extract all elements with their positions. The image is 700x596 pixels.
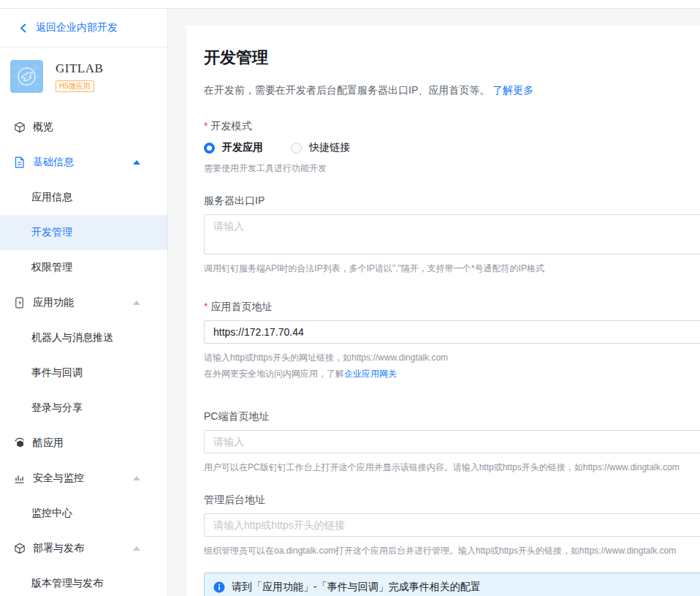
gateway-link[interactable]: 企业应用网关 xyxy=(344,369,397,379)
admin-url-input[interactable] xyxy=(204,513,700,537)
back-link-label: 返回企业内部开发 xyxy=(36,21,118,34)
sidebar-item-label: 事件与回调 xyxy=(31,366,83,380)
server-ip-helper: 调用钉钉服务端API时的合法IP列表，多个IP请以","隔开，支持带一个*号通配… xyxy=(204,263,700,274)
pc-home-helper: 用户可以在PC版钉钉工作台上打开这个应用并显示该链接内容。请输入http或htt… xyxy=(204,462,700,473)
caret-up-icon[interactable] xyxy=(133,301,140,305)
caret-up-icon[interactable] xyxy=(133,476,140,480)
sidebar-item-app-features[interactable]: 应用功能 xyxy=(0,285,167,320)
phone-bolt-icon xyxy=(14,297,26,309)
bar-chart-icon xyxy=(14,472,26,485)
app-home-label: *应用首页地址 xyxy=(204,299,700,314)
required-mark: * xyxy=(204,301,208,312)
admin-url-group: 管理后台地址 组织管理员可以在oa.dingtalk.com打开这个应用后台并进… xyxy=(204,492,700,557)
sidebar-item-cool-app[interactable]: 酷应用 xyxy=(0,426,167,461)
sidebar-item-label: 应用信息 xyxy=(31,191,72,204)
server-ip-label: 服务器出口IP xyxy=(204,193,700,208)
main-area: 开发管理 在开发前，需要在开发者后台配置服务器出口IP、应用首页等。 了解更多 … xyxy=(168,9,700,596)
chevron-left-icon xyxy=(20,23,26,33)
intro-text-body: 在开发前，需要在开发者后台配置服务器出口IP、应用首页等。 xyxy=(204,84,490,96)
caret-up-icon[interactable] xyxy=(133,160,140,165)
cube-icon xyxy=(14,543,26,555)
document-icon xyxy=(14,156,26,169)
top-strip xyxy=(0,0,700,9)
pc-home-label: PC端首页地址 xyxy=(204,409,700,423)
sidebar-item-basic-info[interactable]: 基础信息 xyxy=(0,145,167,180)
cube-icon xyxy=(14,121,26,134)
app-type-badge: H5微应用 xyxy=(56,80,94,92)
radio-quick-link-label[interactable]: 快捷链接 xyxy=(309,141,350,154)
dev-mode-group: *开发模式 开发应用 快捷链接 需要使用开发工具进行功能开发 xyxy=(204,118,700,174)
app-logo-icon xyxy=(10,60,43,93)
sidebar-item-label: 权限管理 xyxy=(31,261,72,274)
sidebar-item-label: 机器人与消息推送 xyxy=(31,331,113,344)
admin-url-label: 管理后台地址 xyxy=(204,492,700,507)
sidebar-item-label: 开发管理 xyxy=(31,226,72,239)
caret-up-icon[interactable] xyxy=(133,546,140,551)
admin-url-helper: 组织管理员可以在oa.dingtalk.com打开这个应用后台并进行管理。输入h… xyxy=(204,546,700,557)
app-header: GITLAB H5微应用 xyxy=(0,48,167,110)
sidebar-item-label: 登录与分享 xyxy=(31,401,83,415)
sidebar-item-robot-push[interactable]: 机器人与消息推送 xyxy=(0,320,167,355)
radio-dev-app-label[interactable]: 开发应用 xyxy=(222,141,263,154)
info-banner-text: 请到「应用功能」-「事件与回调」完成事件相关的配置 xyxy=(232,581,481,594)
sidebar: 返回企业内部开发 GITLAB H5微应用 概览 xyxy=(0,9,168,596)
server-ip-group: 服务器出口IP 调用钉钉服务端API时的合法IP列表，多个IP请以","隔开，支… xyxy=(204,193,700,274)
sidebar-item-label: 版本管理与发布 xyxy=(31,577,103,590)
radio-quick-link[interactable] xyxy=(291,143,302,154)
app-name: GITLAB xyxy=(56,61,103,76)
info-icon xyxy=(213,581,225,593)
sidebar-item-monitor-center[interactable]: 监控中心 xyxy=(0,496,167,531)
cool-app-icon xyxy=(14,437,26,450)
sidebar-item-app-info[interactable]: 应用信息 xyxy=(0,180,167,215)
sidebar-item-security-monitor[interactable]: 安全与监控 xyxy=(0,461,167,496)
sidebar-item-overview[interactable]: 概览 xyxy=(0,110,167,145)
server-ip-input[interactable] xyxy=(204,214,700,254)
dev-management-card: 开发管理 在开发前，需要在开发者后台配置服务器出口IP、应用首页等。 了解更多 … xyxy=(186,26,700,596)
intro-text: 在开发前，需要在开发者后台配置服务器出口IP、应用首页等。 了解更多 xyxy=(204,84,700,97)
sidebar-item-login-share[interactable]: 登录与分享 xyxy=(0,391,167,426)
sidebar-item-label: 安全与监控 xyxy=(33,472,84,485)
sidebar-menu: 概览 基础信息 应用信息 开发管理 权限管理 xyxy=(0,110,167,596)
dev-mode-options: 开发应用 快捷链接 xyxy=(204,141,700,154)
info-banner: 请到「应用功能」-「事件与回调」完成事件相关的配置 xyxy=(204,573,700,596)
app-home-input[interactable] xyxy=(204,320,700,344)
gateway-helper: 在外网更安全地访问内网应用，了解企业应用网关 xyxy=(204,369,700,380)
dev-mode-label: *开发模式 xyxy=(204,118,700,133)
sidebar-item-dev-management[interactable]: 开发管理 xyxy=(0,215,167,250)
radio-dev-app-selected[interactable] xyxy=(204,143,215,154)
app-meta: GITLAB H5微应用 xyxy=(56,60,103,110)
sidebar-item-deploy-release[interactable]: 部署与发布 xyxy=(0,531,167,566)
page-layout: 返回企业内部开发 GITLAB H5微应用 概览 xyxy=(0,9,700,596)
sidebar-item-events-callback[interactable]: 事件与回调 xyxy=(0,355,167,391)
page-title: 开发管理 xyxy=(204,48,700,68)
sidebar-item-version-release[interactable]: 版本管理与发布 xyxy=(0,566,167,596)
sidebar-item-label: 应用功能 xyxy=(33,296,74,309)
sidebar-item-label: 部署与发布 xyxy=(33,542,84,555)
pc-home-group: PC端首页地址 用户可以在PC版钉钉工作台上打开这个应用并显示该链接内容。请输入… xyxy=(204,409,700,473)
dev-mode-helper: 需要使用开发工具进行功能开发 xyxy=(204,163,700,174)
sidebar-item-label: 监控中心 xyxy=(31,507,72,520)
pc-home-input[interactable] xyxy=(204,430,700,453)
sidebar-item-permission[interactable]: 权限管理 xyxy=(0,250,167,285)
app-home-group: *应用首页地址 请输入http或https开头的网址链接，如https://ww… xyxy=(204,299,700,380)
sidebar-item-label: 概览 xyxy=(33,121,53,134)
sidebar-item-label: 基础信息 xyxy=(33,156,74,169)
app-home-helper: 请输入http或https开头的网址链接，如https://www.dingta… xyxy=(204,352,700,363)
required-mark: * xyxy=(204,120,208,132)
sidebar-item-label: 酷应用 xyxy=(33,437,64,450)
back-link[interactable]: 返回企业内部开发 xyxy=(0,9,167,48)
learn-more-link[interactable]: 了解更多 xyxy=(492,84,533,96)
